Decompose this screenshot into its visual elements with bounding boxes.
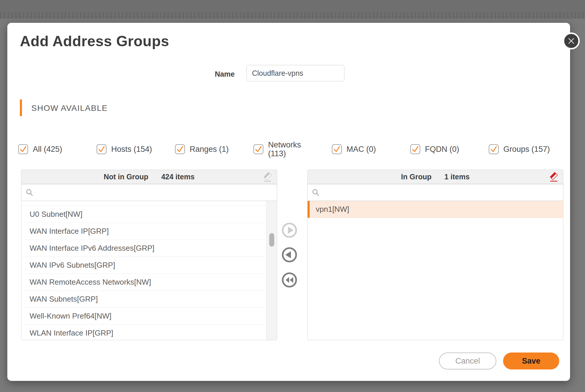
filter-label: Hosts (154) [111, 145, 152, 154]
checkbox-icon[interactable] [175, 144, 185, 154]
checkbox-icon[interactable] [332, 144, 342, 154]
panel-count: 1 items [444, 173, 469, 181]
filter-label: Ranges (1) [190, 145, 229, 154]
list-item-label: Well-Known Pref64[NW] [30, 312, 111, 321]
filter-checkbox-item[interactable]: Ranges (1) [175, 140, 229, 159]
close-button[interactable] [563, 32, 580, 49]
eraser-icon-red [548, 171, 560, 183]
checkbox-icon[interactable] [489, 144, 499, 154]
move-right-button[interactable] [281, 222, 298, 238]
section-accent-bar [20, 99, 22, 116]
list-item[interactable]: vpn1[NW] [308, 201, 563, 218]
panel-count: 424 items [161, 173, 195, 181]
close-icon [567, 37, 575, 45]
list-item[interactable]: WAN Interface IP[GRP] [21, 223, 266, 240]
in-group-list: vpn1[NW] [308, 201, 563, 340]
filter-label: Groups (157) [503, 145, 550, 154]
list-item-label: WAN IPv6 Subnets[GRP] [30, 261, 115, 270]
filter-label: All (425) [33, 145, 62, 154]
list-item-label: WAN Interface IP[GRP] [30, 227, 109, 236]
panel-title: In Group [401, 173, 431, 181]
move-all-left-button[interactable] [281, 272, 298, 288]
not-in-group-search [21, 184, 277, 201]
name-input[interactable] [246, 65, 344, 81]
not-in-group-list: U0 Subnet[NW]WAN Interface IP[GRP]WAN In… [21, 201, 266, 340]
eraser-icon [262, 171, 273, 183]
not-in-group-panel: Not in Group 424 items [21, 170, 277, 340]
checkbox-icon[interactable] [97, 144, 107, 154]
not-in-group-header: Not in Group 424 items [21, 170, 277, 184]
scrollbar-thumb[interactable] [269, 233, 274, 247]
search-input[interactable] [37, 184, 277, 201]
list-item[interactable]: WAN RemoteAccess Networks[NW] [21, 274, 266, 291]
section-title: SHOW AVAILABLE [31, 104, 108, 113]
filter-checkbox-item[interactable]: MAC (0) [332, 140, 376, 159]
search-icon [312, 188, 320, 197]
list-item-label: WLAN Interface IP[GRP] [30, 329, 113, 338]
list-item-label: WAN Subnets[GRP] [30, 295, 98, 304]
cancel-button[interactable]: Cancel [439, 353, 496, 369]
list-item[interactable]: WLAN Interface IP[GRP] [21, 325, 266, 340]
filter-checkbox-item[interactable]: FQDN (0) [410, 140, 459, 159]
in-group-search [307, 184, 563, 201]
move-left-button[interactable] [281, 247, 298, 263]
list-item-label: WAN RemoteAccess Networks[NW] [30, 278, 151, 287]
dialog-title: Add Address Groups [20, 33, 169, 50]
filter-checkbox-item[interactable]: Groups (157) [489, 140, 550, 159]
search-input[interactable] [323, 184, 563, 201]
name-label: Name [198, 70, 235, 78]
filter-label: FQDN (0) [425, 145, 459, 154]
filter-checkbox-item[interactable]: All (425) [18, 140, 62, 159]
dimmed-page-background [0, 0, 585, 19]
list-item[interactable]: Well-Known Pref64[NW] [21, 308, 266, 325]
in-group-header: In Group 1 items [308, 170, 563, 184]
filter-checkbox-item[interactable]: Networks (113) [253, 140, 304, 159]
remove-all-button[interactable] [548, 171, 560, 183]
panel-title: Not in Group [104, 173, 148, 181]
filter-checkbox-item[interactable]: Hosts (154) [97, 140, 152, 159]
checkbox-icon[interactable] [18, 144, 28, 154]
search-icon [25, 188, 34, 197]
in-group-panel: In Group 1 items [307, 170, 563, 340]
clear-selection-button[interactable] [262, 171, 273, 183]
add-address-groups-dialog: Add Address Groups Name SHOW AVAILABLE A… [7, 23, 570, 381]
checkbox-icon[interactable] [253, 144, 263, 154]
scrollbar-track[interactable] [266, 201, 277, 340]
list-item-label: WAN Interface IPv6 Addresses[GRP] [30, 244, 155, 253]
save-button[interactable]: Save [503, 353, 559, 369]
list-item-label: U0 Subnet[NW] [30, 210, 83, 219]
list-item[interactable]: U0 Subnet[NW] [21, 206, 266, 223]
screen: Add Address Groups Name SHOW AVAILABLE A… [0, 0, 585, 392]
list-item[interactable]: WAN IPv6 Subnets[GRP] [21, 257, 266, 274]
list-item[interactable]: WAN Subnets[GRP] [21, 291, 266, 308]
partially-scrolled-row [21, 201, 266, 206]
list-item-label: vpn1[NW] [316, 205, 349, 214]
checkbox-icon[interactable] [410, 144, 420, 154]
list-item[interactable]: WAN Interface IPv6 Addresses[GRP] [21, 240, 266, 257]
filter-label: Networks (113) [268, 140, 304, 158]
filter-label: MAC (0) [346, 145, 376, 154]
